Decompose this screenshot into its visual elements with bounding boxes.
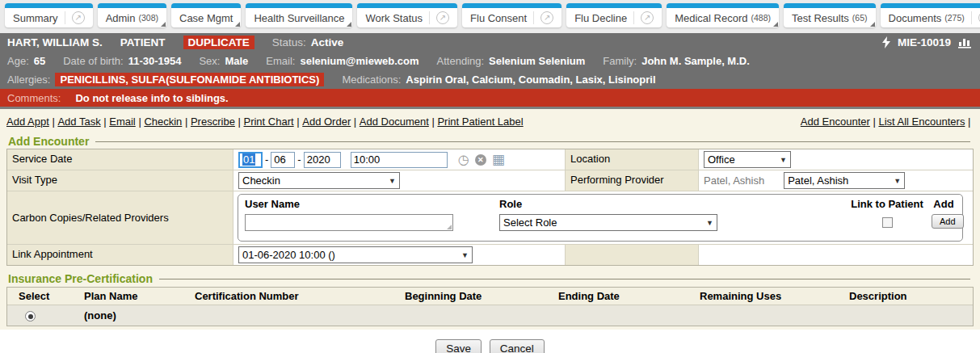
insurance-row-none: (none) bbox=[7, 305, 973, 326]
tab-flu-consent[interactable]: Flu Consent ↗ bbox=[462, 3, 562, 27]
allergies-label: Allergies: bbox=[7, 74, 50, 86]
service-date-label: Service Date bbox=[7, 149, 233, 170]
action-links-right: Add Encounter List All Encounters bbox=[801, 116, 974, 128]
tab-label: Case Mgmt bbox=[179, 12, 233, 24]
link-appointment-label: Link Appointment bbox=[7, 245, 233, 265]
dob-label: Date of birth: bbox=[63, 55, 123, 67]
tab-case-mgmt[interactable]: Case Mgmt bbox=[171, 3, 241, 27]
link-print-chart[interactable]: Print Chart bbox=[243, 116, 293, 128]
link-add-task[interactable]: Add Task bbox=[57, 116, 100, 128]
link-add-encounter[interactable]: Add Encounter bbox=[801, 116, 870, 128]
link-add-appt[interactable]: Add Appt bbox=[6, 116, 49, 128]
col-certification-number: Certification Number bbox=[195, 290, 405, 302]
cc-col-role: Role bbox=[499, 196, 843, 212]
insurance-title: Insurance Pre-Certification bbox=[8, 272, 153, 285]
age-value: 65 bbox=[34, 55, 45, 67]
sex-value: Male bbox=[225, 55, 248, 67]
visit-type-select[interactable]: Checkin bbox=[238, 172, 400, 189]
insurance-plan-name: (none) bbox=[84, 309, 195, 321]
link-add-document[interactable]: Add Document bbox=[360, 116, 429, 128]
lightning-icon[interactable] bbox=[882, 36, 890, 48]
status-value: Active bbox=[311, 36, 344, 48]
link-prescribe[interactable]: Prescribe bbox=[191, 116, 235, 128]
performing-provider-select[interactable]: Patel, Ashish bbox=[784, 172, 905, 189]
link-list-all-encounters[interactable]: List All Encounters bbox=[878, 116, 965, 128]
allergies-value[interactable]: PENICILLINS, SULFA(SULFONAMIDE ANTIBIOTI… bbox=[55, 73, 324, 86]
cc-user-name-input[interactable] bbox=[245, 214, 453, 231]
bar-chart-icon[interactable] bbox=[958, 36, 973, 48]
cc-add-button[interactable]: Add bbox=[932, 214, 964, 229]
link-print-patient-label[interactable]: Print Patient Label bbox=[437, 116, 523, 128]
popout-icon[interactable]: ↗ bbox=[429, 11, 449, 24]
cc-col-add: Add bbox=[932, 196, 956, 212]
form-actions: Save Cancel bbox=[6, 326, 974, 353]
tab-label: Summary bbox=[13, 12, 58, 24]
location-label: Location bbox=[565, 149, 699, 170]
link-checkin[interactable]: Checkin bbox=[144, 116, 182, 128]
tab-count: (308) bbox=[138, 13, 158, 23]
tab-health-surveillance[interactable]: Health Surveillance bbox=[246, 3, 352, 27]
tab-summary[interactable]: Summary ↗ bbox=[5, 3, 93, 27]
cancel-button[interactable]: Cancel bbox=[490, 339, 545, 353]
carbon-copies-box: User Name Role Link to Patient Add Selec… bbox=[238, 194, 963, 242]
visit-type-label: Visit Type bbox=[7, 170, 233, 191]
cc-link-to-patient-checkbox[interactable] bbox=[882, 217, 893, 228]
col-ending-date: Ending Date bbox=[558, 290, 700, 302]
insurance-none-radio[interactable] bbox=[25, 311, 36, 321]
tab-flu-decline[interactable]: Flu Decline ↗ bbox=[566, 3, 662, 27]
comments-text: Do not release info to siblings. bbox=[75, 92, 228, 104]
clock-icon[interactable]: ◷ bbox=[458, 153, 469, 166]
empty-cell bbox=[565, 245, 699, 265]
col-description: Description bbox=[849, 290, 973, 302]
popout-icon[interactable]: ↗ bbox=[971, 11, 980, 24]
link-email[interactable]: Email bbox=[109, 116, 136, 128]
insurance-header-row: Select Plan Name Certification Number Be… bbox=[7, 288, 973, 305]
cc-role-select[interactable]: Select Role bbox=[499, 214, 717, 231]
tab-count: (488) bbox=[751, 13, 772, 23]
patient-name: HART, WILLIAM S. bbox=[7, 36, 103, 48]
col-plan-name: Plan Name bbox=[84, 290, 195, 302]
service-date-year-input[interactable]: 2020 bbox=[304, 152, 341, 168]
attending-value: Selenium Selenium bbox=[489, 55, 585, 67]
status-label: Status: bbox=[272, 36, 306, 48]
form-row-service-date: Service Date 01 - 06 - 2020 10:00 ◷ ✕ ▦ … bbox=[7, 149, 973, 170]
popout-icon[interactable]: ↗ bbox=[65, 11, 85, 24]
form-row-visit-type: Visit Type Checkin Performing Provider P… bbox=[7, 170, 973, 191]
attending-label: Attending: bbox=[437, 55, 485, 67]
insurance-section-header: Insurance Pre-Certification bbox=[8, 272, 974, 285]
service-date-month-input[interactable]: 01 bbox=[238, 152, 263, 168]
tab-test-results[interactable]: Test Results (65) bbox=[784, 3, 876, 27]
form-row-link-appointment: Link Appointment 01-06-2020 10:00 () bbox=[7, 245, 973, 265]
tab-work-status[interactable]: Work Status ↗ bbox=[357, 3, 457, 27]
tab-medical-record[interactable]: Medical Record (488) bbox=[667, 3, 779, 27]
family-value: John M. Sample, M.D. bbox=[641, 55, 750, 67]
col-select: Select bbox=[7, 290, 84, 302]
add-encounter-title: Add Encounter bbox=[8, 135, 89, 148]
tab-label: Flu Consent bbox=[470, 12, 527, 24]
clear-date-icon[interactable]: ✕ bbox=[475, 154, 486, 166]
tab-label: Test Results bbox=[792, 12, 849, 24]
tab-label: Documents bbox=[889, 12, 942, 24]
performing-provider-readonly: Patel, Ashish bbox=[704, 174, 764, 187]
link-add-order[interactable]: Add Order bbox=[302, 116, 351, 128]
tab-label: Work Status bbox=[365, 12, 423, 24]
email-label: Email: bbox=[266, 55, 295, 67]
popout-icon[interactable]: ↗ bbox=[633, 11, 654, 24]
tab-documents[interactable]: Documents (275) ↗ bbox=[881, 3, 980, 27]
age-label: Age: bbox=[7, 55, 29, 67]
tab-count: (65) bbox=[852, 13, 868, 23]
action-links-left: Add Appt Add Task Email Checkin Prescrib… bbox=[6, 116, 524, 128]
calendar-icon[interactable]: ▦ bbox=[492, 153, 505, 166]
save-button[interactable]: Save bbox=[435, 339, 482, 353]
tab-admin[interactable]: Admin (308) bbox=[98, 3, 166, 27]
patient-header: HART, WILLIAM S. PATIENT DUPLICATE Statu… bbox=[0, 33, 980, 89]
link-appointment-select[interactable]: 01-06-2020 10:00 () bbox=[238, 246, 473, 263]
email-value: selenium@mieweb.com bbox=[300, 55, 418, 67]
service-date-day-input[interactable]: 06 bbox=[271, 152, 295, 168]
popout-icon[interactable]: ↗ bbox=[533, 11, 553, 24]
col-beginning-date: Beginning Date bbox=[405, 290, 558, 302]
main-content: Add Appt Add Task Email Checkin Prescrib… bbox=[0, 109, 980, 330]
tab-label: Medical Record bbox=[675, 12, 747, 24]
service-time-input[interactable]: 10:00 bbox=[351, 152, 448, 168]
location-select[interactable]: Office bbox=[704, 151, 791, 168]
